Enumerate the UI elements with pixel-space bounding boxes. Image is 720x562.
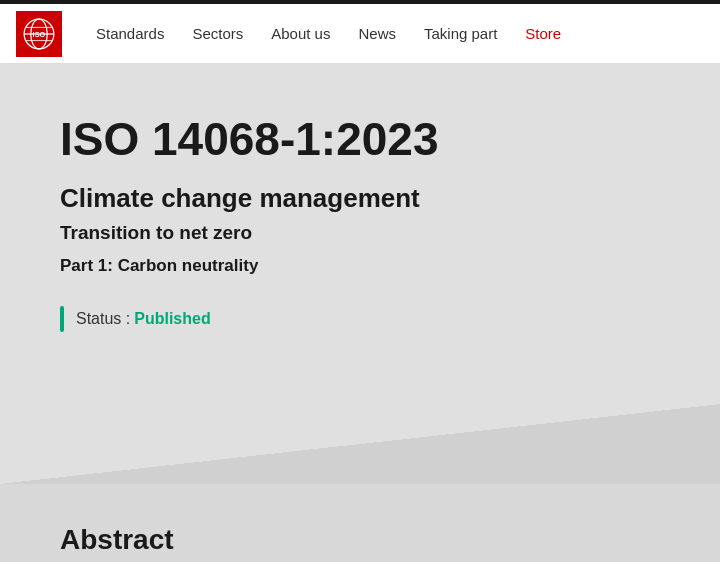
- nav-item-news[interactable]: News: [344, 17, 410, 50]
- standard-title: ISO 14068-1:2023: [60, 114, 660, 165]
- part-title: Transition to net zero: [60, 222, 660, 244]
- iso-logo[interactable]: ISO: [16, 11, 62, 57]
- iso-logo-svg: ISO: [20, 15, 58, 53]
- status-value: Published: [134, 310, 210, 328]
- nav-item-taking-part[interactable]: Taking part: [410, 17, 511, 50]
- status-container: Status : Published: [60, 306, 660, 332]
- nav-item-sectors[interactable]: Sectors: [178, 17, 257, 50]
- svg-text:ISO: ISO: [33, 30, 46, 39]
- status-bar-indicator: [60, 306, 64, 332]
- standard-subtitle: Climate change management: [60, 183, 660, 214]
- abstract-title: Abstract: [60, 524, 660, 556]
- abstract-section: Abstract: [0, 484, 720, 562]
- nav-item-about-us[interactable]: About us: [257, 17, 344, 50]
- main-content: ISO 14068-1:2023 Climate change manageme…: [0, 64, 720, 484]
- status-label: Status :: [76, 310, 130, 328]
- header: ISO Standards Sectors About us News Taki…: [0, 4, 720, 64]
- status-text: Status : Published: [76, 306, 211, 332]
- part-number: Part 1: Carbon neutrality: [60, 256, 660, 276]
- nav-item-standards[interactable]: Standards: [82, 17, 178, 50]
- main-nav: Standards Sectors About us News Taking p…: [82, 17, 575, 50]
- nav-item-store[interactable]: Store: [511, 17, 575, 50]
